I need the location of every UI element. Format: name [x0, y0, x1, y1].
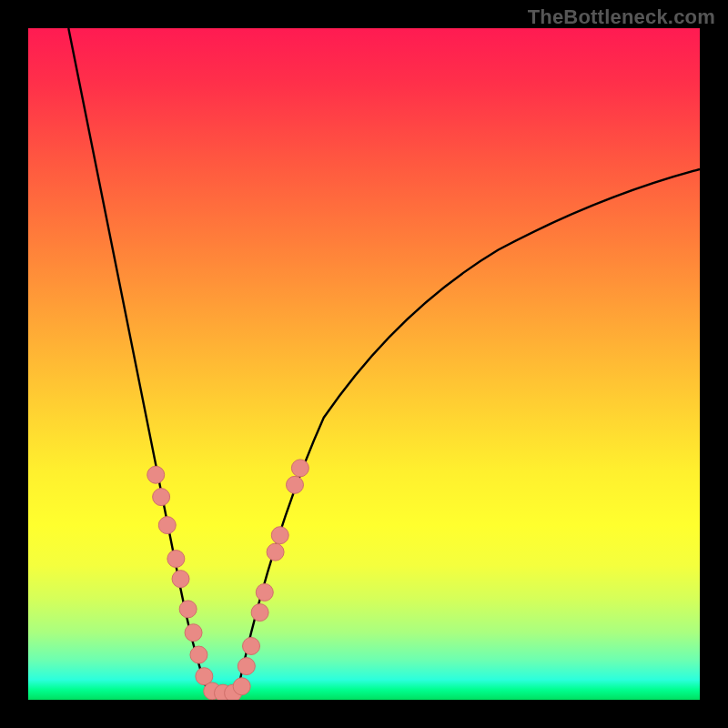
marker-point — [179, 601, 197, 618]
marker-point — [172, 571, 189, 588]
marker-point — [267, 543, 284, 561]
plot-area — [28, 28, 700, 700]
watermark-text: TheBottleneck.com — [528, 5, 715, 29]
marker-point — [243, 637, 260, 654]
marker-point — [233, 678, 250, 695]
marker-point — [185, 624, 202, 642]
marker-point — [291, 460, 308, 477]
marker-point — [158, 517, 176, 534]
marker-point — [286, 476, 303, 493]
marker-point — [167, 551, 185, 568]
chart-overlay — [28, 28, 700, 700]
marker-point — [153, 489, 170, 506]
marker-point — [251, 604, 268, 622]
marker-point — [238, 658, 255, 675]
marker-point — [271, 527, 288, 544]
marker-point — [190, 646, 207, 663]
marker-point — [147, 466, 165, 483]
curve-right — [237, 169, 700, 696]
chart-frame: TheBottleneck.com — [0, 0, 728, 728]
highlight-markers — [147, 460, 309, 700]
marker-point — [256, 583, 273, 601]
curve-left — [68, 28, 209, 696]
